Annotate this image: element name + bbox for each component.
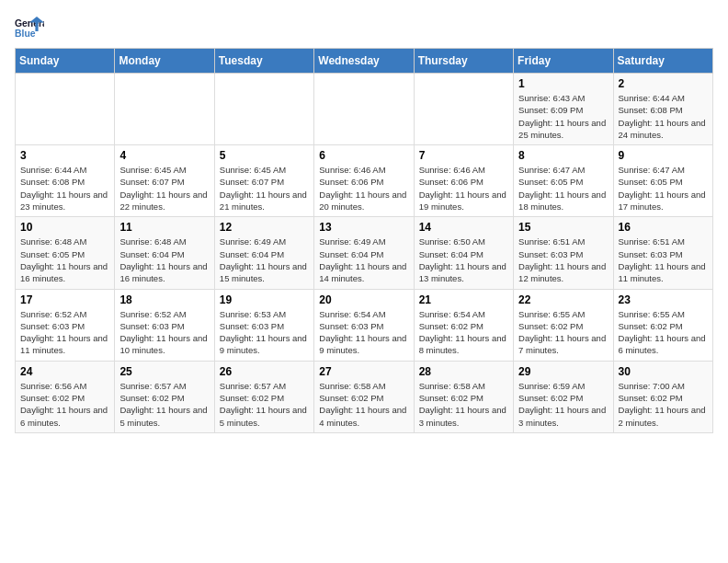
day-info: Sunrise: 6:45 AMSunset: 6:07 PMDaylight:… xyxy=(220,164,309,213)
calendar-cell: 14Sunrise: 6:50 AMSunset: 6:04 PMDayligh… xyxy=(414,217,513,289)
calendar-cell: 24Sunrise: 6:56 AMSunset: 6:02 PMDayligh… xyxy=(16,361,115,432)
day-info: Sunrise: 6:47 AMSunset: 6:05 PMDaylight:… xyxy=(518,164,608,213)
calendar-cell xyxy=(314,74,414,145)
calendar-cell xyxy=(214,74,313,145)
day-number: 28 xyxy=(419,365,508,378)
day-info: Sunrise: 6:46 AMSunset: 6:06 PMDaylight:… xyxy=(419,164,508,213)
logo: General Blue xyxy=(15,15,44,40)
calendar-cell xyxy=(414,74,513,145)
day-number: 25 xyxy=(119,365,209,378)
day-info: Sunrise: 6:49 AMSunset: 6:04 PMDaylight:… xyxy=(220,236,309,284)
svg-text:Blue: Blue xyxy=(15,29,36,39)
day-header-sunday: Sunday xyxy=(16,49,115,74)
day-number: 29 xyxy=(518,365,608,378)
day-number: 1 xyxy=(518,77,608,90)
day-number: 15 xyxy=(518,221,608,234)
day-number: 7 xyxy=(419,149,508,162)
day-info: Sunrise: 6:47 AMSunset: 6:05 PMDaylight:… xyxy=(619,164,708,213)
day-info: Sunrise: 6:44 AMSunset: 6:08 PMDaylight:… xyxy=(20,164,109,213)
day-number: 14 xyxy=(419,221,508,234)
day-number: 19 xyxy=(220,293,309,306)
day-number: 24 xyxy=(20,365,109,378)
day-info: Sunrise: 6:58 AMSunset: 6:02 PMDaylight:… xyxy=(319,380,408,429)
day-header-monday: Monday xyxy=(115,49,214,74)
day-info: Sunrise: 6:57 AMSunset: 6:02 PMDaylight:… xyxy=(220,380,309,429)
day-number: 2 xyxy=(619,77,708,90)
header: General Blue xyxy=(15,15,713,40)
day-number: 22 xyxy=(518,293,608,306)
calendar-cell: 27Sunrise: 6:58 AMSunset: 6:02 PMDayligh… xyxy=(314,361,414,432)
calendar-cell: 21Sunrise: 6:54 AMSunset: 6:02 PMDayligh… xyxy=(414,289,513,361)
day-number: 30 xyxy=(619,365,708,378)
day-number: 5 xyxy=(220,149,309,162)
day-info: Sunrise: 6:49 AMSunset: 6:04 PMDaylight:… xyxy=(319,236,408,284)
day-info: Sunrise: 6:51 AMSunset: 6:03 PMDaylight:… xyxy=(518,236,608,284)
day-info: Sunrise: 6:57 AMSunset: 6:02 PMDaylight:… xyxy=(119,380,209,429)
calendar-cell: 4Sunrise: 6:45 AMSunset: 6:07 PMDaylight… xyxy=(115,145,214,217)
calendar-cell: 6Sunrise: 6:46 AMSunset: 6:06 PMDaylight… xyxy=(314,145,414,217)
day-info: Sunrise: 6:55 AMSunset: 6:02 PMDaylight:… xyxy=(518,308,608,357)
calendar: SundayMondayTuesdayWednesdayThursdayFrid… xyxy=(15,48,713,433)
calendar-cell: 10Sunrise: 6:48 AMSunset: 6:05 PMDayligh… xyxy=(16,217,115,289)
calendar-cell: 7Sunrise: 6:46 AMSunset: 6:06 PMDaylight… xyxy=(414,145,513,217)
calendar-cell: 25Sunrise: 6:57 AMSunset: 6:02 PMDayligh… xyxy=(115,361,214,432)
day-info: Sunrise: 6:48 AMSunset: 6:05 PMDaylight:… xyxy=(20,236,109,284)
day-info: Sunrise: 6:54 AMSunset: 6:02 PMDaylight:… xyxy=(419,308,508,357)
day-header-wednesday: Wednesday xyxy=(314,49,414,74)
day-number: 8 xyxy=(518,149,608,162)
day-info: Sunrise: 6:53 AMSunset: 6:03 PMDaylight:… xyxy=(220,308,309,357)
day-number: 3 xyxy=(20,149,109,162)
logo-icon: General Blue xyxy=(15,15,44,40)
day-info: Sunrise: 6:46 AMSunset: 6:06 PMDaylight:… xyxy=(319,164,408,213)
calendar-cell: 23Sunrise: 6:55 AMSunset: 6:02 PMDayligh… xyxy=(613,289,712,361)
calendar-cell: 20Sunrise: 6:54 AMSunset: 6:03 PMDayligh… xyxy=(314,289,414,361)
calendar-cell xyxy=(115,74,214,145)
day-info: Sunrise: 6:54 AMSunset: 6:03 PMDaylight:… xyxy=(319,308,408,357)
day-number: 21 xyxy=(419,293,508,306)
day-number: 13 xyxy=(319,221,408,234)
calendar-cell: 19Sunrise: 6:53 AMSunset: 6:03 PMDayligh… xyxy=(214,289,313,361)
calendar-cell: 1Sunrise: 6:43 AMSunset: 6:09 PMDaylight… xyxy=(514,74,613,145)
calendar-cell: 26Sunrise: 6:57 AMSunset: 6:02 PMDayligh… xyxy=(214,361,313,432)
day-header-tuesday: Tuesday xyxy=(214,49,313,74)
calendar-cell: 22Sunrise: 6:55 AMSunset: 6:02 PMDayligh… xyxy=(514,289,613,361)
day-info: Sunrise: 6:52 AMSunset: 6:03 PMDaylight:… xyxy=(119,308,209,357)
calendar-cell: 2Sunrise: 6:44 AMSunset: 6:08 PMDaylight… xyxy=(613,74,712,145)
day-number: 9 xyxy=(619,149,708,162)
calendar-cell: 30Sunrise: 7:00 AMSunset: 6:02 PMDayligh… xyxy=(613,361,712,432)
calendar-cell: 18Sunrise: 6:52 AMSunset: 6:03 PMDayligh… xyxy=(115,289,214,361)
calendar-cell xyxy=(16,74,115,145)
day-info: Sunrise: 6:56 AMSunset: 6:02 PMDaylight:… xyxy=(20,380,109,429)
day-info: Sunrise: 6:51 AMSunset: 6:03 PMDaylight:… xyxy=(619,236,708,284)
day-info: Sunrise: 7:00 AMSunset: 6:02 PMDaylight:… xyxy=(619,380,708,429)
calendar-cell: 12Sunrise: 6:49 AMSunset: 6:04 PMDayligh… xyxy=(214,217,313,289)
day-number: 11 xyxy=(119,221,209,234)
calendar-cell: 13Sunrise: 6:49 AMSunset: 6:04 PMDayligh… xyxy=(314,217,414,289)
calendar-cell: 17Sunrise: 6:52 AMSunset: 6:03 PMDayligh… xyxy=(16,289,115,361)
day-info: Sunrise: 6:55 AMSunset: 6:02 PMDaylight:… xyxy=(619,308,708,357)
day-number: 4 xyxy=(119,149,209,162)
day-header-friday: Friday xyxy=(514,49,613,74)
day-header-thursday: Thursday xyxy=(414,49,513,74)
calendar-cell: 29Sunrise: 6:59 AMSunset: 6:02 PMDayligh… xyxy=(514,361,613,432)
day-number: 23 xyxy=(619,293,708,306)
day-info: Sunrise: 6:59 AMSunset: 6:02 PMDaylight:… xyxy=(518,380,608,429)
calendar-cell: 11Sunrise: 6:48 AMSunset: 6:04 PMDayligh… xyxy=(115,217,214,289)
day-info: Sunrise: 6:52 AMSunset: 6:03 PMDaylight:… xyxy=(20,308,109,357)
day-info: Sunrise: 6:48 AMSunset: 6:04 PMDaylight:… xyxy=(119,236,209,284)
day-info: Sunrise: 6:58 AMSunset: 6:02 PMDaylight:… xyxy=(419,380,508,429)
day-number: 20 xyxy=(319,293,408,306)
day-number: 16 xyxy=(619,221,708,234)
day-number: 18 xyxy=(119,293,209,306)
day-number: 17 xyxy=(20,293,109,306)
day-info: Sunrise: 6:50 AMSunset: 6:04 PMDaylight:… xyxy=(419,236,508,284)
day-info: Sunrise: 6:43 AMSunset: 6:09 PMDaylight:… xyxy=(518,92,608,141)
calendar-cell: 28Sunrise: 6:58 AMSunset: 6:02 PMDayligh… xyxy=(414,361,513,432)
day-number: 26 xyxy=(220,365,309,378)
day-info: Sunrise: 6:45 AMSunset: 6:07 PMDaylight:… xyxy=(119,164,209,213)
day-header-saturday: Saturday xyxy=(613,49,712,74)
calendar-cell: 5Sunrise: 6:45 AMSunset: 6:07 PMDaylight… xyxy=(214,145,313,217)
calendar-cell: 16Sunrise: 6:51 AMSunset: 6:03 PMDayligh… xyxy=(613,217,712,289)
day-info: Sunrise: 6:44 AMSunset: 6:08 PMDaylight:… xyxy=(619,92,708,141)
calendar-cell: 8Sunrise: 6:47 AMSunset: 6:05 PMDaylight… xyxy=(514,145,613,217)
